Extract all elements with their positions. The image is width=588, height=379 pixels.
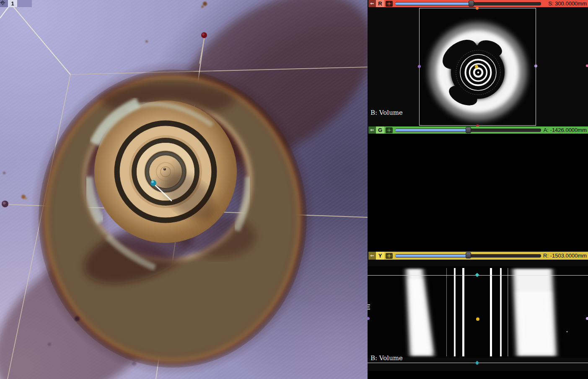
oct-longitudinal-image xyxy=(368,253,588,371)
pushpin-icon[interactable] xyxy=(368,126,376,134)
slice-controller-green: G A: -1426.0000mm xyxy=(368,126,588,134)
crosshair-marker xyxy=(476,317,479,321)
crosshair-marker xyxy=(475,65,478,68)
crosshair-icon[interactable] xyxy=(385,127,393,133)
slice-marker-right xyxy=(586,317,588,320)
threed-view-label: 1 xyxy=(8,0,17,7)
volume-name-label: B: Volume xyxy=(370,354,403,362)
pushpin-icon[interactable] xyxy=(368,0,376,7)
slice-marker-left xyxy=(418,65,421,68)
volume-rendering xyxy=(0,0,368,379)
crosshair-icon[interactable] xyxy=(385,253,393,259)
slice-offset-slider-yellow[interactable] xyxy=(395,252,541,260)
slice-offset-value-red: S: 300.0000mm xyxy=(543,0,588,7)
slider-fill xyxy=(395,255,469,257)
slice-offset-slider-red[interactable] xyxy=(395,0,541,7)
slider-handle[interactable] xyxy=(466,127,471,133)
slice-viewport-red[interactable]: B: Volume xyxy=(368,7,588,126)
threed-viewport[interactable]: 1 xyxy=(0,0,368,379)
slice-viewport-green[interactable]: B: Volume xyxy=(368,253,588,371)
slice-view-label-yellow: Y xyxy=(376,252,384,260)
pushpin-icon[interactable] xyxy=(368,252,376,260)
slider-handle[interactable] xyxy=(466,252,471,258)
slider-fill xyxy=(395,3,471,5)
volume-name-label: B: Volume xyxy=(370,109,403,116)
crosshair-icon[interactable] xyxy=(17,0,27,7)
crosshair-icon[interactable] xyxy=(385,1,393,7)
edge-marker xyxy=(586,64,588,67)
slice-controller-red: R S: 300.0000mm xyxy=(368,0,588,7)
slice-controller-yellow: Y R: -1503.0000mm xyxy=(368,252,588,260)
application-window: 1 R S: 300.0000mm xyxy=(0,0,588,379)
slice-offset-value-yellow: R: -1503.0000mm xyxy=(543,253,588,259)
slice-marker-right xyxy=(534,64,537,67)
slider-fill xyxy=(395,129,469,131)
slice-view-label-green: G xyxy=(376,126,384,134)
slice-view-label-red: R xyxy=(376,0,384,7)
slice-offset-slider-green[interactable] xyxy=(395,126,541,134)
threed-view-controller: 1 xyxy=(0,0,32,7)
slice-offset-value-green: A: -1426.0000mm xyxy=(543,127,588,133)
slider-handle[interactable] xyxy=(469,0,474,7)
